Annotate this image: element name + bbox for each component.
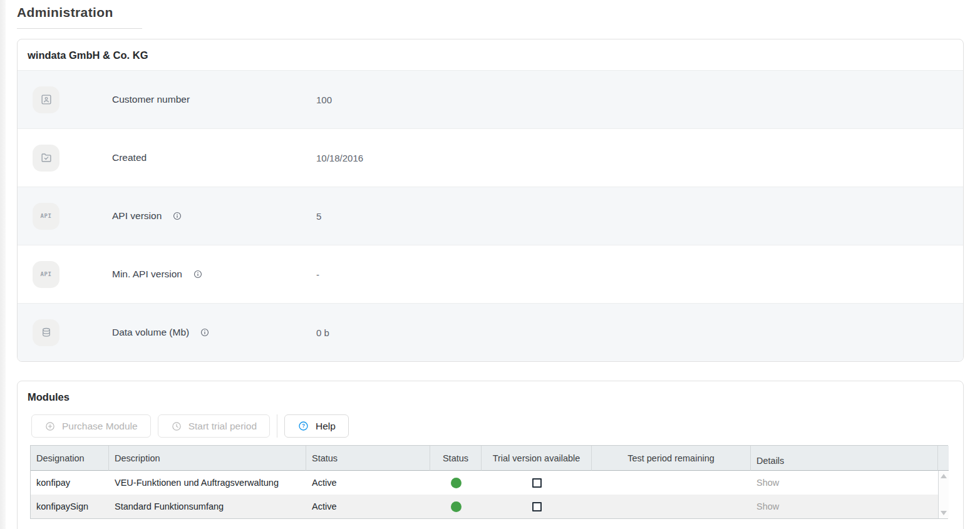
cell-status-dot <box>430 495 482 518</box>
row-label: Min. API version <box>112 269 182 280</box>
cell-designation: konfipay <box>31 471 109 495</box>
cell-test-period <box>592 471 751 495</box>
cell-status-text: Active <box>306 495 430 518</box>
toolbar-separator <box>277 414 277 438</box>
col-header-test-period: Test period remaining <box>592 446 751 471</box>
scroll-down-arrow-icon[interactable] <box>941 511 947 515</box>
modules-card: Modules Purchase Module S <box>17 381 964 529</box>
row-label: Created <box>112 152 147 163</box>
viewport-edge-strip <box>0 0 6 529</box>
folder-check-icon <box>33 145 59 172</box>
info-row-api-version: API API version 5 <box>18 187 963 245</box>
row-value: 100 <box>316 95 332 105</box>
company-card: windata GmbH & Co. KG Customer number 10… <box>17 39 964 362</box>
info-row-data-volume: Data volume (Mb) 0 b <box>18 303 963 361</box>
start-trial-period-button[interactable]: Start trial period <box>158 414 270 438</box>
cell-details: Show <box>751 495 938 518</box>
cell-status-text: Active <box>306 471 430 495</box>
show-details-link[interactable]: Show <box>756 501 779 511</box>
info-circle-icon[interactable] <box>193 269 203 279</box>
row-label: Customer number <box>112 94 190 105</box>
modules-table: Designation Description Status Status Tr… <box>30 445 948 519</box>
page-title-underline <box>17 28 142 29</box>
api-badge-icon: API <box>33 261 59 288</box>
cell-description: VEU-Funktionen und Auftragsverwaltung <box>109 471 306 495</box>
cell-designation: konfipaySign <box>31 495 109 518</box>
trial-available-checkbox[interactable] <box>532 478 542 488</box>
database-icon <box>33 319 59 346</box>
status-active-dot-icon <box>451 501 462 512</box>
col-header-status-dot: Status <box>430 446 482 471</box>
col-header-details: Details <box>751 446 938 471</box>
page-title: Administration <box>17 5 964 20</box>
info-row-min-api-version: API Min. API version - <box>18 245 963 303</box>
row-value: 5 <box>316 211 321 222</box>
cell-status-dot <box>430 471 482 495</box>
table-vertical-scrollbar[interactable] <box>938 471 949 518</box>
row-value: - <box>316 269 319 280</box>
cell-description: Standard Funktionsumfang <box>109 495 306 518</box>
trial-available-checkbox[interactable] <box>532 502 542 511</box>
cell-details: Show <box>751 471 938 495</box>
info-row-created: Created 10/18/2016 <box>18 128 963 187</box>
row-label: Data volume (Mb) <box>112 327 189 338</box>
row-label: API version <box>112 210 162 222</box>
col-header-trial-version: Trial version available <box>482 446 592 471</box>
row-value: 0 b <box>316 327 329 338</box>
company-card-title: windata GmbH & Co. KG <box>18 39 963 70</box>
cell-test-period <box>592 495 751 518</box>
clock-icon <box>171 421 182 432</box>
col-header-scroll-spacer <box>938 446 949 471</box>
status-active-dot-icon <box>451 478 462 488</box>
row-value: 10/18/2016 <box>316 153 363 163</box>
info-circle-icon[interactable] <box>172 211 182 221</box>
svg-text:?: ? <box>302 423 305 429</box>
col-header-designation: Designation <box>31 446 109 471</box>
api-badge-icon: API <box>33 203 59 230</box>
admin-page: Administration windata GmbH & Co. KG Cus… <box>0 0 980 529</box>
modules-toolbar: Purchase Module Start trial period ? <box>31 414 963 438</box>
info-circle-icon[interactable] <box>200 327 210 337</box>
cell-trial-available <box>482 471 592 495</box>
cell-trial-available <box>482 495 592 518</box>
purchase-module-button[interactable]: Purchase Module <box>31 414 151 438</box>
col-header-description: Description <box>109 446 306 471</box>
col-header-status-text: Status <box>306 446 430 471</box>
scroll-up-arrow-icon[interactable] <box>941 474 947 478</box>
show-details-link[interactable]: Show <box>756 478 779 488</box>
modules-card-title: Modules <box>18 381 963 412</box>
info-row-customer-number: Customer number 100 <box>18 70 963 128</box>
plus-circle-icon <box>44 421 56 432</box>
contact-card-icon <box>33 86 59 113</box>
help-button[interactable]: ? Help <box>284 414 349 438</box>
question-circle-icon: ? <box>297 420 309 432</box>
